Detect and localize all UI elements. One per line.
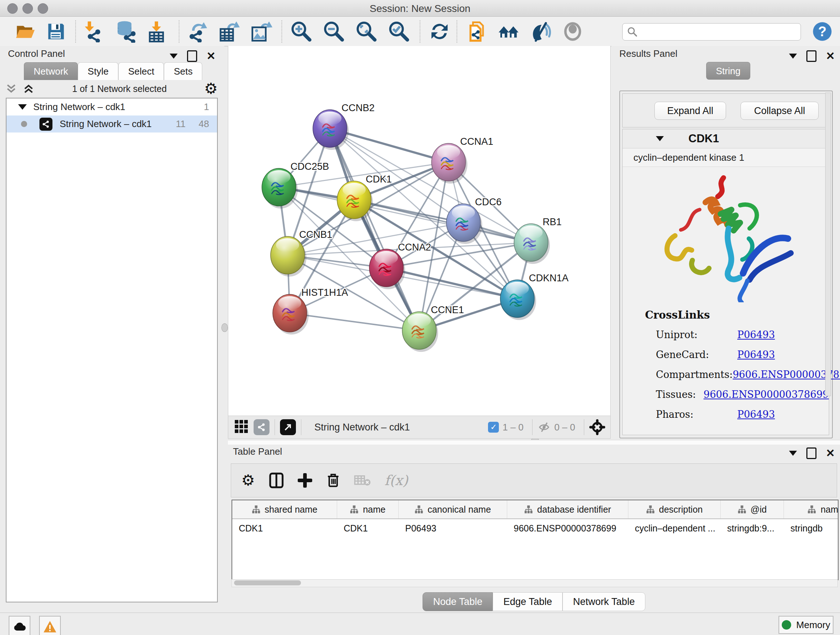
help-button[interactable]: ?	[810, 19, 834, 43]
control-panel-menu-icon[interactable]	[170, 54, 178, 59]
expand-all-button[interactable]: Expand All	[654, 102, 726, 120]
warnings-button[interactable]	[39, 616, 61, 635]
show-all-button[interactable]	[561, 19, 584, 43]
cloud-button[interactable]	[9, 616, 30, 635]
column-header-canonical-name[interactable]: canonical name	[399, 500, 507, 518]
network-edge-CCNE1-HIST1H1A[interactable]	[290, 313, 419, 331]
table-panel-close-icon[interactable]: ✕	[826, 448, 835, 458]
scrollbar-thumb[interactable]	[234, 580, 301, 585]
zoom-in-button[interactable]	[289, 19, 313, 43]
zoom-selected-button[interactable]	[387, 19, 411, 43]
network-node-CCNA1[interactable]: CCNA1	[431, 136, 493, 184]
results-panel-float-icon[interactable]	[806, 50, 816, 62]
tab-sets[interactable]: Sets	[164, 62, 202, 80]
crosslink-link[interactable]: P06493	[737, 349, 775, 360]
table-panel-float-icon[interactable]	[806, 448, 816, 459]
import-network-database-button[interactable]	[114, 19, 138, 43]
column-header-database-identifier[interactable]: database identifier	[507, 500, 628, 518]
table-cell[interactable]: stringdb	[784, 519, 838, 537]
network-node-CDK1[interactable]: CDK1	[337, 174, 392, 221]
network-node-CCNB2[interactable]: CCNB2	[313, 103, 375, 150]
export-table-button[interactable]	[218, 19, 242, 43]
table-cell[interactable]: cyclin–dependent ...	[628, 519, 721, 537]
delete-column-trash-icon[interactable]	[326, 472, 340, 489]
network-edge-CCNB2-CCNE1[interactable]	[330, 128, 419, 331]
table-cell[interactable]: CDK1	[337, 519, 399, 537]
tab-style[interactable]: Style	[78, 62, 118, 80]
results-panel-menu-icon[interactable]	[789, 54, 797, 59]
zoom-fit-button[interactable]	[355, 19, 378, 43]
table-cell[interactable]: 9606.ENSP00000378699	[507, 519, 628, 537]
collapse-all-icon[interactable]	[5, 82, 17, 95]
import-network-file-button[interactable]	[82, 19, 106, 43]
crosslink-link[interactable]: P06493	[737, 409, 775, 420]
table-cell[interactable]: stringdb:9...	[721, 519, 784, 537]
tab-network[interactable]: Network	[24, 62, 78, 80]
crosslink-link[interactable]: 9606.ENSP00000378699	[704, 389, 829, 400]
table-cell[interactable]: CDK1	[232, 519, 337, 537]
horizontal-splitter[interactable]	[228, 440, 840, 445]
pan-crosshair-icon[interactable]	[589, 419, 605, 435]
vertical-splitter-handle[interactable]	[221, 323, 228, 332]
node-table[interactable]: shared namenamecanonical namedatabase id…	[232, 500, 838, 580]
tab-edge-table[interactable]: Edge Table	[493, 592, 562, 611]
control-panel-tabs: NetworkStyleSelectSets	[24, 62, 202, 80]
results-scrollbar[interactable]	[825, 93, 831, 396]
column-header-name[interactable]: name	[337, 500, 399, 518]
network-edge-CCNA2-CDKN1A[interactable]	[386, 268, 517, 299]
tab-network-table[interactable]: Network Table	[562, 592, 645, 611]
zoom-out-button[interactable]	[322, 19, 346, 43]
string-badge-button[interactable]	[254, 419, 270, 435]
results-panel-close-icon[interactable]: ✕	[826, 51, 835, 61]
tab-node-table[interactable]: Node Table	[423, 592, 493, 611]
save-session-button[interactable]	[44, 19, 68, 43]
table-hscrollbar[interactable]	[232, 579, 838, 587]
crosslink-link[interactable]: 9606.ENSP00000378699	[733, 369, 840, 380]
column-header-namespace[interactable]: namespace	[784, 500, 838, 518]
create-column-plus-icon[interactable]	[298, 473, 312, 488]
export-network-button[interactable]	[186, 19, 210, 43]
collapse-all-button[interactable]: Collapse All	[741, 102, 819, 120]
birdseye-grid-button[interactable]	[234, 419, 248, 435]
crosslink-link[interactable]: P06493	[737, 329, 775, 340]
control-panel-close-icon[interactable]: ✕	[207, 51, 216, 61]
collection-count: 1	[204, 101, 209, 112]
search-input[interactable]	[622, 23, 801, 41]
network-row-selected[interactable]: String Network – cdk1 11 48	[6, 116, 217, 133]
clone-network-button[interactable]	[465, 19, 489, 43]
hide-selected-button[interactable]	[529, 19, 553, 43]
table-row[interactable]: CDK1CDK1P064939606.ENSP00000378699cyclin…	[232, 519, 838, 537]
collection-expand-icon[interactable]	[18, 104, 27, 110]
network-node-CDC25B[interactable]: CDC25B	[262, 161, 329, 209]
network-collection-row[interactable]: String Network – cdk1 1	[6, 98, 217, 116]
control-panel-float-icon[interactable]	[187, 50, 197, 62]
network-view-canvas[interactable]: CCNB2CCNA1CDC25BCDK1CDC6RB1CCNB1CCNA2CDK…	[228, 46, 611, 416]
table-options-gear-icon[interactable]: ⚙	[241, 473, 255, 488]
results-panel-title: Results Panel	[619, 48, 677, 59]
selected-checkbox-icon[interactable]: ✓	[488, 422, 499, 432]
memory-button[interactable]: Memory	[778, 616, 834, 634]
network-node-CDKN1A[interactable]: CDKN1A	[500, 272, 569, 320]
tab-string[interactable]: String	[706, 62, 750, 80]
open-folder-icon	[14, 21, 35, 42]
expand-all-icon[interactable]	[22, 82, 35, 95]
export-image-button[interactable]	[249, 19, 273, 43]
homes-button[interactable]	[497, 19, 521, 43]
network-options-gear-icon[interactable]: ⚙	[204, 81, 218, 96]
gene-section-header[interactable]: CDK1	[622, 129, 829, 149]
open-session-button[interactable]	[13, 19, 37, 43]
network-node-RB1[interactable]: RB1	[514, 217, 562, 264]
open-in-browser-button[interactable]	[280, 419, 296, 435]
tab-select[interactable]: Select	[118, 62, 164, 80]
import-table-button[interactable]	[146, 19, 170, 43]
apply-layout-button[interactable]	[428, 19, 452, 43]
show-columns-icon[interactable]	[269, 472, 284, 489]
network-node-CDC6[interactable]: CDC6	[447, 196, 502, 244]
network-node-HIST1H1A[interactable]: HIST1H1A	[273, 287, 348, 334]
column-header-@id[interactable]: @id	[721, 500, 784, 518]
column-header-description[interactable]: description	[628, 500, 721, 518]
table-panel-menu-icon[interactable]	[789, 451, 797, 456]
table-cell[interactable]: P06493	[399, 519, 507, 537]
column-header-shared-name[interactable]: shared name	[232, 500, 337, 518]
gene-collapse-icon[interactable]	[656, 136, 664, 141]
